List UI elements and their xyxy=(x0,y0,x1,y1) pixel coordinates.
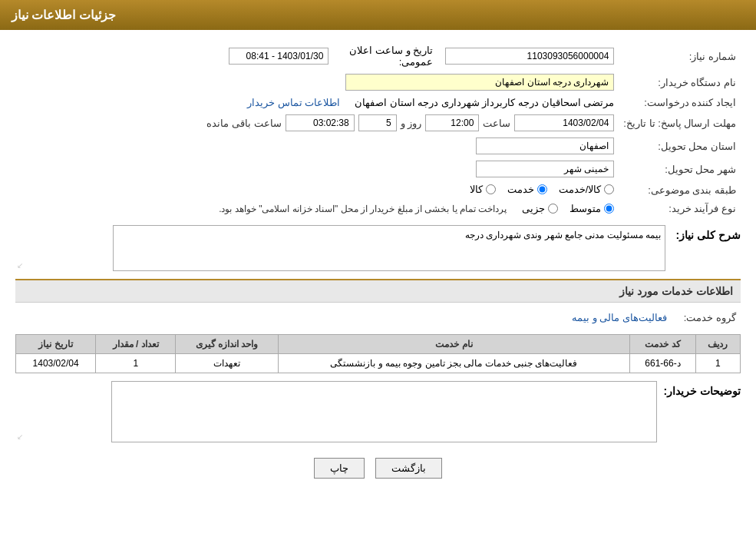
description-section: شرح کلی نیاز: بیمه مسئولیت مدنی جامع شهر… xyxy=(15,225,741,271)
col-need-date: تاریخ نیاز xyxy=(16,335,96,354)
button-area: بازگشت چاپ xyxy=(15,458,741,479)
response-day-label: روز و xyxy=(401,118,422,129)
process-jozei-radio[interactable] xyxy=(548,204,558,214)
buyer-org-input[interactable] xyxy=(345,74,614,91)
cell-unit: تعهدات xyxy=(176,354,278,373)
creator-value: مرتضی اسحاقیان درجه کاربرداز شهرداری درج… xyxy=(355,97,614,108)
contact-link[interactable]: اطلاعات تماس خریدار xyxy=(247,97,340,108)
announce-date-input[interactable] xyxy=(229,48,328,65)
category-kala-label: کالا xyxy=(470,184,483,195)
print-button[interactable]: چاپ xyxy=(314,458,365,479)
watermark-corner: ↙ xyxy=(17,261,23,270)
service-group-label: گروه خدمت: xyxy=(672,309,741,326)
cell-service-name: فعالیت‌های جنبی خدمات مالی بجز تامین وجو… xyxy=(278,354,629,373)
buyer-notes-section: توضیحات خریدار: ↙ xyxy=(15,381,741,442)
category-radio-group: کالا/خدمت خدمت کالا xyxy=(470,184,615,195)
category-kala-radio[interactable] xyxy=(486,184,496,194)
countdown-input[interactable] xyxy=(286,114,355,131)
response-time-input[interactable] xyxy=(425,114,479,131)
countdown-label: ساعت باقی مانده xyxy=(206,118,281,129)
services-table: ردیف کد خدمت نام خدمت واحد اندازه گیری ت… xyxy=(15,334,741,373)
cell-service-code: د-66-661 xyxy=(630,354,696,373)
category-khedmat[interactable]: خدمت xyxy=(507,184,547,195)
response-time-label: ساعت xyxy=(483,118,510,129)
buyer-notes-label: توضیحات خریدار: xyxy=(663,381,741,397)
services-section-header: اطلاعات خدمات مورد نیاز xyxy=(15,279,741,303)
process-type-label: نوع فرآیند خرید: xyxy=(619,200,741,217)
back-button[interactable]: بازگشت xyxy=(375,458,442,479)
need-number-input[interactable] xyxy=(445,48,614,65)
col-row-num: ردیف xyxy=(695,335,740,354)
process-type-radio-group: متوسط جزیی xyxy=(522,203,614,214)
buyer-notes-corner-icon: ↙ xyxy=(17,432,23,441)
creator-label: ایجاد کننده درخواست: xyxy=(619,94,741,111)
need-number-label: شماره نیاز: xyxy=(619,41,741,71)
cell-row-num: 1 xyxy=(695,354,740,373)
category-label: طبقه بندی موضوعی: xyxy=(619,181,741,200)
process-jozei-label: جزیی xyxy=(522,203,545,214)
service-group-table: گروه خدمت: فعالیت‌های مالی و بیمه xyxy=(15,309,741,326)
process-motavaset[interactable]: متوسط xyxy=(569,203,614,214)
main-info-table: شماره نیاز: تاریخ و ساعت اعلان عمومی: نا… xyxy=(15,41,741,217)
delivery-city-label: شهر محل تحویل: xyxy=(619,157,741,181)
description-text: بیمه مسئولیت مدنی جامع شهر وندی شهرداری … xyxy=(465,230,661,240)
category-kala-khedmat-label: کالا/خدمت xyxy=(559,184,602,195)
category-kala-khedmat[interactable]: کالا/خدمت xyxy=(559,184,615,195)
description-label: شرح کلی نیاز: xyxy=(672,225,741,241)
process-type-note: پرداخت تمام یا بخشی از مبلغ خریدار از مح… xyxy=(219,204,507,214)
category-khedmat-radio[interactable] xyxy=(537,184,547,194)
cell-need-date: 1403/02/04 xyxy=(16,354,96,373)
buyer-notes-box[interactable] xyxy=(111,381,657,442)
response-deadline-label: مهلت ارسال پاسخ: تا تاریخ: xyxy=(619,111,741,134)
category-kala-khedmat-radio[interactable] xyxy=(604,184,614,194)
col-quantity: تعداد / مقدار xyxy=(96,335,176,354)
delivery-city-input[interactable] xyxy=(476,161,614,177)
col-unit: واحد اندازه گیری xyxy=(176,335,278,354)
response-date-input[interactable] xyxy=(514,114,614,131)
service-group-link[interactable]: فعالیت‌های مالی و بیمه xyxy=(572,312,667,323)
category-kala[interactable]: کالا xyxy=(470,184,496,195)
description-box: بیمه مسئولیت مدنی جامع شهر وندی شهرداری … xyxy=(113,225,665,271)
page-title: جزئیات اطلاعات نیاز xyxy=(12,8,116,22)
col-service-name: نام خدمت xyxy=(278,335,629,354)
category-khedmat-label: خدمت xyxy=(507,184,534,195)
page-header: جزئیات اطلاعات نیاز xyxy=(0,0,756,30)
table-row: 1 د-66-661 فعالیت‌های جنبی خدمات مالی بج… xyxy=(16,354,741,373)
announce-date-label: تاریخ و ساعت اعلان عمومی: xyxy=(349,45,433,68)
response-days-input[interactable] xyxy=(358,114,397,131)
process-motavaset-radio[interactable] xyxy=(604,204,614,214)
buyer-org-label: نام دستگاه خریدار: xyxy=(619,71,741,94)
process-jozei[interactable]: جزیی xyxy=(522,203,558,214)
cell-quantity: 1 xyxy=(96,354,176,373)
process-motavaset-label: متوسط xyxy=(569,203,601,214)
delivery-province-label: استان محل تحویل: xyxy=(619,134,741,157)
col-service-code: کد خدمت xyxy=(630,335,696,354)
delivery-province-input[interactable] xyxy=(476,137,614,154)
